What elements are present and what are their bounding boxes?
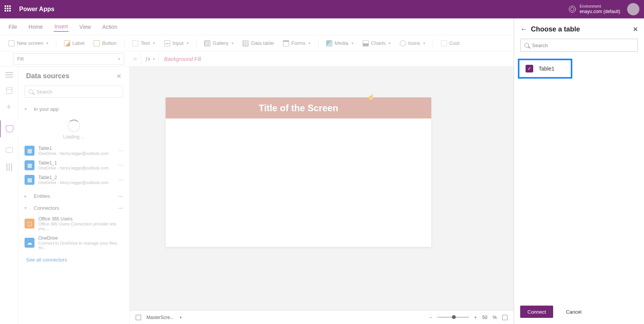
environment-picker[interactable]: Environment enayu.com (default) [569,4,620,14]
app-header: Power Apps Environment enayu.com (defaul… [0,0,644,18]
excel-icon: ▦ [25,160,34,170]
button-icon [94,40,100,46]
cursor-icon: ☝ [367,93,375,100]
close-icon[interactable]: ✕ [633,26,638,33]
status-bar: MasterScre... ▾ − + 50 % [130,310,514,324]
data-source-item[interactable]: ▦ Table1_1OneDrive - henry.legge@outlook… [18,158,129,173]
chevron-down-icon: ▾ [153,57,154,61]
more-icon[interactable]: ⋯ [118,177,124,183]
panel-title: Data sources [26,72,69,80]
charts-icon [363,40,369,46]
side-rail [0,67,18,324]
divider [56,39,56,48]
icons-button[interactable]: Icons▾ [396,38,429,49]
advanced-tools-icon[interactable] [7,163,12,171]
icons-icon [400,40,406,46]
data-source-item[interactable]: ▦ Table1_2OneDrive - henry.legge@outlook… [18,173,129,187]
menu-insert[interactable]: Insert [54,22,69,32]
search-icon [524,43,529,48]
more-icon[interactable]: ⋯ [118,163,124,168]
section-connectors[interactable]: ▾ Connectors ⋯ [18,202,129,214]
see-all-connectors-link[interactable]: See all connectors [18,252,129,267]
back-arrow-icon[interactable]: ← [520,25,527,33]
button-button[interactable]: Button [90,38,120,49]
media-icon [326,40,332,46]
search-placeholder: Search [532,43,548,48]
data-search-input[interactable]: Search [25,86,123,98]
connector-item[interactable]: ▢ Office 365 UsersOffice 365 Users Conne… [18,214,129,233]
close-icon[interactable]: ✕ [117,73,122,80]
chevron-right-icon: ▸ [25,194,29,199]
insert-icon[interactable] [5,104,13,111]
new-screen-button[interactable]: New screen▾ [5,38,52,49]
fx-button[interactable]: ƒx▾ [141,53,159,65]
media-panel-icon[interactable] [5,146,13,154]
divider [433,39,433,48]
checkbox-checked-icon[interactable]: ✓ [526,65,533,72]
tree-view-icon[interactable] [5,87,13,94]
cancel-button[interactable]: Cancel [559,306,588,318]
menu-home[interactable]: Home [28,22,44,31]
table-search-input[interactable]: Search [520,39,638,52]
table-icon [243,40,249,46]
more-icon[interactable]: ⋯ [118,148,124,153]
search-icon [29,89,33,94]
divider [124,39,125,48]
property-select[interactable]: Fill ▾ [13,53,124,65]
table-option[interactable]: ✓ Table1 [518,59,572,79]
media-button[interactable]: Media▾ [322,38,357,49]
screen-checkbox[interactable] [136,315,141,320]
chevron-down-icon: ▾ [25,107,29,112]
screen-selector[interactable]: MasterScre... [146,315,174,320]
section-entities[interactable]: ▸ Entities ⋯ [18,190,129,202]
text-icon [132,40,138,46]
menu-view[interactable]: View [79,22,92,31]
zoom-value: 50 [482,315,487,320]
onedrive-icon: ☁ [25,238,34,248]
property-value: Fill [17,56,24,62]
custom-button[interactable]: Cust [437,38,463,49]
chevron-down-icon: ▾ [187,41,189,45]
office365-icon: ▢ [25,219,34,229]
chevron-down-icon: ▾ [423,41,425,45]
chevron-down-icon: ▾ [25,206,29,211]
zoom-out-button[interactable]: − [429,315,432,320]
chevron-down-icon: ▾ [389,41,391,45]
text-button[interactable]: Text▾ [128,38,159,49]
app-launcher-icon[interactable] [5,5,12,13]
data-sources-panel: Data sources ✕ Search ▾ In your app Load… [18,67,130,324]
data-icon[interactable] [6,125,13,132]
menu-file[interactable]: File [8,22,18,31]
gallery-icon [204,40,210,46]
app-canvas[interactable]: Title of the Screen [166,97,431,247]
chevron-down-icon[interactable]: ▾ [180,315,182,319]
divider [318,39,319,48]
zoom-slider[interactable] [437,317,469,318]
more-icon[interactable]: ⋯ [118,205,123,211]
charts-button[interactable]: Charts▾ [359,38,394,49]
connector-item[interactable]: ☁ OneDriveConnect to OneDrive to manage … [18,233,129,252]
fit-to-window-icon[interactable] [502,315,508,320]
forms-icon [283,40,289,46]
user-avatar[interactable] [627,3,639,15]
more-icon[interactable]: ⋯ [118,193,123,199]
data-source-item[interactable]: ▦ Table1OneDrive - henry.legge@outlook.c… [18,143,129,158]
menu-action[interactable]: Action [102,22,118,31]
forms-button[interactable]: Forms▾ [279,38,314,49]
environment-label: Environment [580,4,620,9]
hamburger-icon[interactable] [5,72,13,77]
label-button[interactable]: Label [60,38,89,49]
section-in-your-app[interactable]: ▾ In your app [18,103,129,115]
connect-button[interactable]: Connect [520,306,553,318]
input-button[interactable]: Input▾ [160,38,192,49]
globe-icon [569,6,576,13]
chevron-down-icon: ▾ [352,41,353,45]
formula-input[interactable]: Background.Fill [159,56,201,62]
equals-label: = [130,56,141,62]
gallery-button[interactable]: Gallery▾ [200,38,237,49]
divider [196,39,197,48]
data-table-button[interactable]: Data table [239,38,278,49]
chevron-down-icon: ▾ [153,41,155,45]
zoom-in-button[interactable]: + [474,315,477,320]
table-label: Table1 [539,66,554,72]
